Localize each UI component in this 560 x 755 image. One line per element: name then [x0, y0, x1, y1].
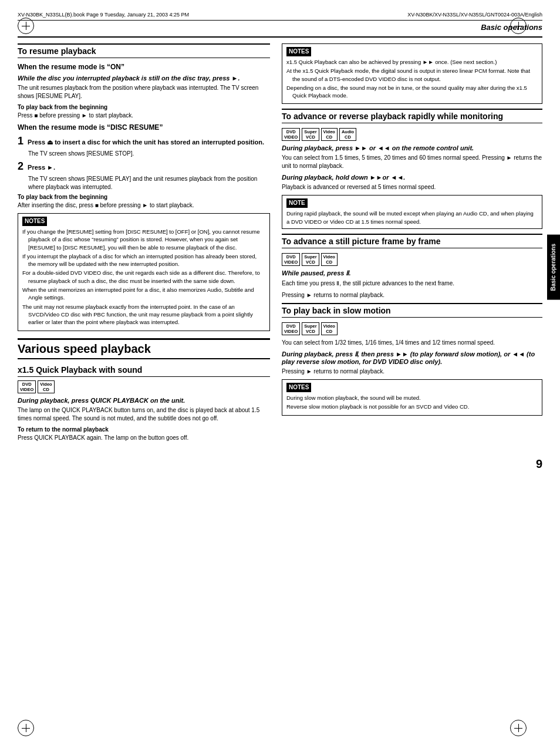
- top-note-2: At the x1.5 Quick Playback mode, the dig…: [286, 67, 538, 83]
- subsection-resume-on: When the resume mode is “ON”: [18, 63, 270, 71]
- advance-body2: Playback is advanced or reversed at 5 ti…: [282, 183, 542, 191]
- page: XV-N30BK_N33SLL(B).book Page 9 Tuesday, …: [0, 0, 560, 755]
- top-bar-left: XV-N30BK_N33SLL(B).book Page 9 Tuesday, …: [18, 12, 189, 18]
- various-speed-title: Various speed playback: [18, 338, 270, 359]
- badge-dvd3: DVDVIDEO: [282, 322, 300, 335]
- step1-text: Press ⏏ to insert a disc for which the u…: [28, 139, 264, 146]
- corner-mark-br: [510, 720, 528, 737]
- step2-sub: The TV screen shows [RESUME PLAY] and th…: [28, 175, 270, 191]
- corner-circle-tl: [18, 18, 34, 34]
- left-column: To resume playback When the resume mode …: [18, 43, 270, 446]
- page-number: 9: [18, 457, 542, 471]
- section-resume-playback: To resume playback: [18, 43, 270, 58]
- quick-playback-header: x1.5 Quick Playback with sound: [18, 365, 270, 377]
- top-note-1: x1.5 Quick Playback can also be achieved…: [286, 58, 538, 66]
- page-header: Basic operations: [18, 23, 542, 32]
- step2-num: 2: [18, 160, 23, 172]
- step1-num: 1: [18, 135, 23, 147]
- normal-playback-label: To return to the normal playback: [18, 426, 270, 433]
- badge-dvd: DVDVIDEO: [282, 128, 300, 141]
- corner-mark-tr: [510, 18, 528, 35]
- right-tab-text: Basic operations: [550, 244, 556, 291]
- advance-badges: DVDVIDEO SuperVCD VideoCD AudioCD: [282, 128, 542, 141]
- slow-body1: You can select from 1/32 times, 1/16 tim…: [282, 339, 542, 347]
- quick-playback-bold: During playback, press QUICK PLAYBACK on…: [18, 397, 270, 404]
- play-beginning-text1: Press ■ before pressing ► to start playb…: [18, 112, 270, 120]
- slow-motion-title: To play back in slow motion: [282, 303, 542, 318]
- slow-notes-box: NOTES During slow motion playback, the s…: [282, 379, 542, 416]
- top-bar-right: XV-N30BK/XV-N33SL/XV-N35SL/GNT0024-003A/…: [407, 12, 542, 18]
- corner-mark-bl: [18, 720, 35, 737]
- resume-notes-box: NOTES If you change the [RESUME] setting…: [18, 213, 270, 331]
- quick-playback-body: The lamp on the QUICK PLAYBACK button tu…: [18, 406, 270, 423]
- badge-super-vcd3: SuperVCD: [302, 322, 319, 335]
- main-content: To resume playback When the resume mode …: [18, 43, 542, 446]
- badge-video-cd: VideoCD: [38, 380, 54, 393]
- step1: 1 Press ⏏ to insert a disc for which the…: [18, 135, 270, 147]
- badge-video-cd2: VideoCD: [321, 128, 338, 141]
- resume-note-5: The unit may not resume playback exactly…: [22, 303, 265, 326]
- top-note-3: Depending on a disc, the sound may not b…: [286, 84, 538, 100]
- advance-note-box: NOTE During rapid playback, the sound wi…: [282, 195, 542, 229]
- normal-playback-text: Press QUICK PLAYBACK again. The lamp on …: [18, 434, 270, 442]
- top-notes-title: NOTES: [286, 47, 311, 56]
- top-bar: XV-N30BK_N33SLL(B).book Page 9 Tuesday, …: [18, 12, 542, 21]
- subsection-disc-resume: When the resume mode is “DISC RESUME”: [18, 123, 270, 132]
- advance-reverse-title: To advance or reverse playback rapidly w…: [282, 109, 542, 123]
- still-bold: While paused, press Ⅱ.: [282, 269, 542, 277]
- badge-video-cd3: VideoCD: [321, 253, 338, 266]
- resume-note-1: If you change the [RESUME] setting from …: [22, 228, 265, 251]
- slow-note-1: During slow motion playback, the sound w…: [286, 394, 538, 402]
- slow-sub-body: Pressing ► returns to normal playback.: [282, 368, 542, 376]
- still-body1: Each time you press Ⅱ, the still picture…: [282, 279, 542, 288]
- advance-body1: You can select from 1.5 times, 5 times, …: [282, 154, 542, 170]
- slow-bold: During playback, press Ⅱ, then press ►► …: [282, 350, 542, 365]
- advance-bold1: During playback, press ►► or ◄◄ on the r…: [282, 144, 542, 151]
- corner-circle-br: [510, 720, 527, 736]
- slow-note-2: Reverse slow motion playback is not poss…: [286, 403, 538, 410]
- still-badges: DVDVIDEO SuperVCD VideoCD: [282, 253, 542, 266]
- corner-circle-tr: [510, 18, 527, 34]
- top-notes-box: NOTES x1.5 Quick Playback can also be ac…: [282, 43, 542, 104]
- advance-bold2: During playback, hold down ►►or ◄◄.: [282, 174, 542, 181]
- play-beginning-label1: To play back from the beginning: [18, 104, 270, 110]
- corner-circle-bl: [18, 720, 34, 736]
- resume-notes-title: NOTES: [22, 217, 47, 226]
- resume-on-bold: While the disc you interrupted playback …: [18, 75, 270, 82]
- quick-playback-badges: DVDVIDEO VideoCD: [18, 380, 270, 393]
- advance-note-text: During rapid playback, the sound will be…: [286, 210, 538, 225]
- slow-notes-title: NOTES: [286, 383, 311, 392]
- advance-note-title: NOTE: [286, 198, 308, 208]
- still-picture-title: To advance a still picture frame by fram…: [282, 234, 542, 248]
- resume-note-3: For a double-sided DVD VIDEO disc, the u…: [22, 269, 265, 285]
- still-body2: Pressing ► returns to normal playback.: [282, 291, 542, 299]
- badge-super-vcd2: SuperVCD: [302, 253, 319, 266]
- step2: 2 Press ►.: [18, 160, 270, 173]
- right-column: NOTES x1.5 Quick Playback can also be ac…: [282, 43, 542, 446]
- resume-on-body: The unit resumes playback from the posit…: [18, 84, 270, 100]
- badge-super-vcd: SuperVCD: [302, 128, 319, 141]
- badge-video-cd4: VideoCD: [321, 322, 338, 335]
- badge-dvd2: DVDVIDEO: [282, 253, 300, 266]
- resume-note-4: When the unit memorizes an interrupted p…: [22, 286, 265, 302]
- play-beginning-label2: To play back from the beginning: [18, 194, 270, 200]
- right-tab: Basic operations: [547, 235, 560, 300]
- badge-audio-cd: AudioCD: [339, 128, 356, 141]
- corner-mark-tl: [18, 18, 35, 35]
- badge-dvd-video: DVDVIDEO: [18, 380, 36, 393]
- slow-badges: DVDVIDEO SuperVCD VideoCD: [282, 322, 542, 335]
- resume-note-2: If you interrupt the playback of a disc …: [22, 252, 265, 268]
- play-beginning-text2: After inserting the disc, press ■ before…: [18, 201, 270, 210]
- step2-text: Press ►.: [28, 164, 55, 171]
- step1-sub: The TV screen shows [RESUME STOP].: [28, 150, 270, 158]
